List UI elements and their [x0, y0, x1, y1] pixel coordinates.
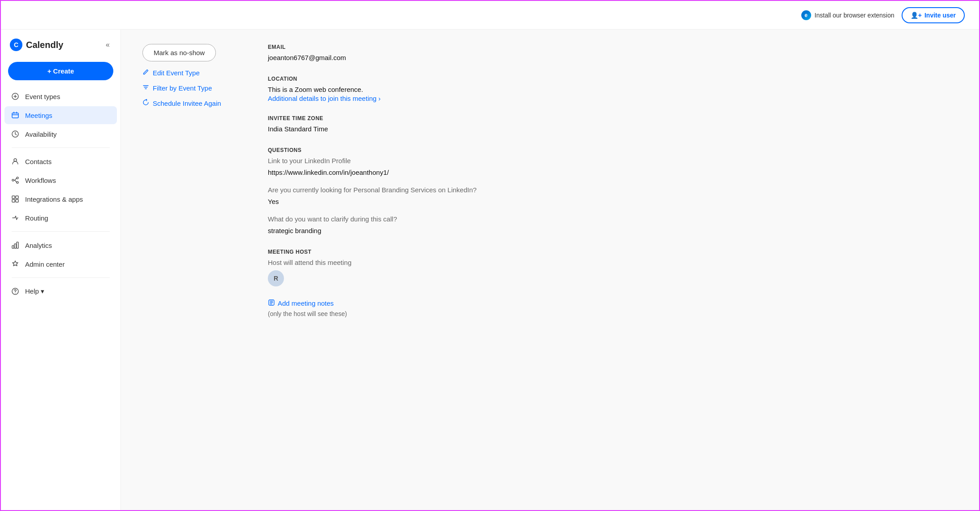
- email-section: EMAIL joeanton6767@gmail.com: [268, 44, 958, 63]
- timezone-value: India Standard Time: [268, 124, 958, 134]
- sidebar-item-event-types[interactable]: Event types: [4, 87, 117, 105]
- sidebar-item-meetings[interactable]: Meetings: [4, 106, 117, 124]
- questions-label: QUESTIONS: [268, 147, 958, 153]
- browser-extension-banner[interactable]: e Install our browser extension: [801, 10, 894, 20]
- additional-details-link[interactable]: Additional details to join this meeting …: [268, 95, 381, 102]
- detail-panel: Mark as no-show Edit Event Type Filte: [142, 44, 958, 330]
- svg-rect-10: [16, 199, 18, 202]
- location-description: This is a Zoom web conference.: [268, 85, 958, 95]
- sidebar-item-label: Meetings: [25, 112, 52, 119]
- svg-rect-11: [12, 246, 14, 248]
- email-value: joeanton6767@gmail.com: [268, 53, 958, 63]
- sidebar: C Calendly « + Create Event types: [1, 30, 121, 510]
- info-column: EMAIL joeanton6767@gmail.com LOCATION Th…: [268, 44, 958, 330]
- sidebar-item-analytics[interactable]: Analytics: [4, 236, 117, 254]
- logo-icon: C: [10, 39, 22, 51]
- question-text-1: Link to your LinkedIn Profile: [268, 156, 958, 166]
- availability-icon: [11, 130, 20, 139]
- sidebar-item-label: Admin center: [25, 260, 64, 268]
- create-button[interactable]: + Create: [8, 62, 113, 80]
- location-section: LOCATION This is a Zoom web conference. …: [268, 76, 958, 103]
- workflows-icon: [11, 176, 20, 185]
- svg-point-3: [14, 159, 17, 161]
- sidebar-item-integrations[interactable]: Integrations & apps: [4, 190, 117, 208]
- sidebar-item-label: Contacts: [25, 158, 52, 165]
- sidebar-item-label: Routing: [25, 214, 48, 222]
- logo-text: Calendly: [26, 40, 63, 50]
- sidebar-nav: Event types Meetings Availability: [1, 87, 120, 300]
- host-avatar: R: [268, 270, 284, 286]
- invite-user-button[interactable]: 👤+ Invite user: [902, 7, 965, 23]
- email-label: EMAIL: [268, 44, 958, 50]
- sidebar-item-label: Event types: [25, 93, 60, 100]
- svg-rect-1: [12, 113, 18, 118]
- filter-icon: [142, 84, 149, 92]
- svg-rect-12: [14, 244, 16, 248]
- sidebar-item-label: Workflows: [25, 177, 56, 184]
- sidebar-item-label: Analytics: [25, 242, 52, 249]
- answer-text-2: Yes: [268, 197, 958, 207]
- edge-icon: e: [801, 10, 811, 20]
- schedule-again-label: Schedule Invitee Again: [153, 100, 221, 107]
- question-item-1: Link to your LinkedIn Profile https://ww…: [268, 156, 958, 178]
- analytics-icon: [11, 241, 20, 250]
- notes-hint: (only the host will see these): [268, 310, 958, 317]
- app-body: C Calendly « + Create Event types: [1, 30, 979, 510]
- sidebar-logo-area: C Calendly «: [1, 37, 120, 58]
- sidebar-divider-3: [12, 277, 110, 278]
- sidebar-item-workflows[interactable]: Workflows: [4, 171, 117, 189]
- answer-text-3: strategic branding: [268, 226, 958, 236]
- routing-icon: [11, 213, 20, 222]
- svg-rect-8: [16, 196, 18, 199]
- sidebar-collapse-button[interactable]: «: [104, 39, 112, 51]
- sidebar-item-admin-center[interactable]: Admin center: [4, 255, 117, 273]
- svg-rect-7: [12, 196, 15, 199]
- main-content: Mark as no-show Edit Event Type Filte: [121, 30, 979, 510]
- add-meeting-notes-link[interactable]: Add meeting notes: [268, 299, 334, 307]
- sidebar-divider-2: [12, 231, 110, 232]
- answer-text-1: https://www.linkedin.com/in/joeanthony1/: [268, 168, 958, 178]
- host-description: Host will attend this meeting: [268, 258, 958, 268]
- svg-point-5: [17, 177, 18, 179]
- sidebar-item-routing[interactable]: Routing: [4, 209, 117, 227]
- sidebar-item-contacts[interactable]: Contacts: [4, 152, 117, 170]
- logo: C Calendly: [10, 39, 63, 51]
- chevron-right-icon: ›: [378, 95, 381, 102]
- edit-event-type-label: Edit Event Type: [153, 69, 200, 77]
- event-types-icon: [11, 92, 20, 101]
- integrations-icon: [11, 195, 20, 204]
- invite-user-label: Invite user: [924, 12, 956, 19]
- filter-by-event-type-link[interactable]: Filter by Event Type: [142, 84, 241, 92]
- admin-center-icon: [11, 260, 20, 268]
- sidebar-item-help[interactable]: Help ▾: [4, 282, 117, 300]
- edit-icon: [142, 69, 149, 77]
- topbar: e Install our browser extension 👤+ Invit…: [1, 1, 979, 30]
- meeting-host-label: MEETING HOST: [268, 249, 958, 255]
- help-icon: [11, 287, 20, 296]
- sidebar-divider-1: [12, 147, 110, 148]
- question-item-2: Are you currently looking for Personal B…: [268, 185, 958, 207]
- timezone-label: INVITEE TIME ZONE: [268, 115, 958, 121]
- meetings-icon: [11, 111, 20, 120]
- question-item-3: What do you want to clarify during this …: [268, 214, 958, 236]
- filter-event-type-label: Filter by Event Type: [153, 84, 212, 92]
- sidebar-item-label: Integrations & apps: [25, 195, 83, 203]
- actions-column: Mark as no-show Edit Event Type Filte: [142, 44, 241, 330]
- edit-event-type-link[interactable]: Edit Event Type: [142, 69, 241, 77]
- sidebar-item-label: Availability: [25, 130, 57, 138]
- additional-details-text: Additional details to join this meeting: [268, 95, 377, 102]
- questions-section: QUESTIONS Link to your LinkedIn Profile …: [268, 147, 958, 236]
- schedule-invitee-again-link[interactable]: Schedule Invitee Again: [142, 99, 241, 107]
- mark-as-noshow-button[interactable]: Mark as no-show: [142, 44, 216, 61]
- svg-rect-9: [12, 199, 15, 202]
- location-label: LOCATION: [268, 76, 958, 82]
- contacts-icon: [11, 157, 20, 166]
- sidebar-item-availability[interactable]: Availability: [4, 125, 117, 143]
- svg-rect-13: [17, 242, 18, 248]
- svg-point-6: [17, 182, 18, 183]
- schedule-again-icon: [142, 99, 149, 107]
- meeting-notes-section: Add meeting notes (only the host will se…: [268, 299, 958, 317]
- add-notes-label: Add meeting notes: [278, 299, 334, 307]
- svg-point-15: [15, 293, 16, 294]
- meeting-host-section: MEETING HOST Host will attend this meeti…: [268, 249, 958, 287]
